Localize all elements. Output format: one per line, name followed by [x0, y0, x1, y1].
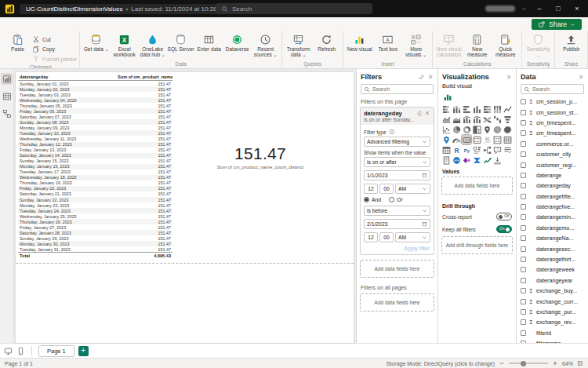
collapse-pane-icon[interactable]: [427, 74, 434, 80]
filters-search[interactable]: [361, 84, 434, 94]
field-row[interactable]: Σ daterangeday: [517, 180, 588, 191]
table-row[interactable]: Saturday, January 21, 2023 151.47: [18, 191, 172, 197]
model-view-button[interactable]: [1, 107, 13, 119]
share-button[interactable]: Share: [532, 19, 582, 30]
field-checkbox[interactable]: [521, 173, 526, 178]
field-checkbox[interactable]: [521, 319, 526, 325]
visual-type-button[interactable]: [503, 115, 512, 124]
end-hour-input[interactable]: 12: [364, 232, 378, 242]
visual-type-button[interactable]: [441, 145, 451, 155]
and-radio[interactable]: And: [364, 197, 381, 202]
table-row[interactable]: Friday, January 06, 2023 151.47: [18, 108, 172, 114]
table-row[interactable]: Sunday, January 01, 2023 151.47: [18, 81, 172, 86]
visual-type-button[interactable]: [462, 104, 471, 114]
drill-through-dropzone[interactable]: Add drill-through fields here: [441, 236, 513, 254]
ribbon-button[interactable]: Refresh ⌄: [313, 33, 340, 52]
visual-type-button[interactable]: [492, 155, 502, 165]
visual-type-button[interactable]: [441, 104, 451, 114]
menu-item[interactable]: [18, 23, 20, 27]
field-checkbox[interactable]: [521, 204, 526, 210]
field-checkbox[interactable]: [521, 267, 526, 272]
visual-type-button[interactable]: [441, 135, 451, 144]
menu-item[interactable]: [42, 23, 43, 27]
filter-type-select[interactable]: Advanced filtering: [364, 137, 430, 147]
all-pages-filters-dropzone[interactable]: Add data fields here: [360, 293, 434, 312]
visual-type-button[interactable]: [452, 155, 461, 165]
table-row[interactable]: Tuesday, January 31, 2023 151.47: [18, 246, 172, 252]
table-row[interactable]: Wednesday, January 25, 2023 151.47: [18, 213, 172, 219]
ribbon-button[interactable]: X Excel workbook ⌄: [111, 33, 138, 57]
table-row[interactable]: Saturday, January 14, 2023 151.47: [18, 153, 172, 158]
data-search-input[interactable]: [532, 86, 581, 92]
visual-type-button[interactable]: [482, 155, 492, 165]
field-row[interactable]: Σ exchange_curr...: [517, 296, 588, 306]
field-checkbox[interactable]: [521, 183, 526, 188]
field-row[interactable]: Σ customer_city: [517, 149, 588, 159]
start-date-input[interactable]: 1/1/2023: [364, 170, 430, 180]
visual-type-button[interactable]: [452, 104, 461, 114]
zoom-slider[interactable]: [509, 363, 548, 364]
visual-type-button[interactable]: [492, 115, 502, 124]
maximize-button[interactable]: □: [552, 5, 564, 13]
field-checkbox[interactable]: [521, 309, 526, 315]
collapse-pane-icon[interactable]: [506, 74, 512, 80]
values-dropzone[interactable]: Add data fields here: [441, 177, 513, 195]
zoom-out-icon[interactable]: [499, 360, 505, 366]
visual-type-button[interactable]: [452, 135, 461, 144]
table-row[interactable]: Monday, January 09, 2023 151.47: [18, 125, 172, 130]
zoom-level[interactable]: 64%: [562, 361, 573, 366]
visual-type-button[interactable]: [503, 135, 512, 144]
data-search[interactable]: [521, 84, 584, 94]
visual-type-button[interactable]: [503, 104, 512, 114]
build-visual-icon[interactable]: [442, 92, 512, 102]
visual-type-button[interactable]: Py: [462, 145, 471, 155]
visual-type-button[interactable]: [462, 155, 471, 165]
table-row[interactable]: Wednesday, January 11, 2023 151.47: [18, 136, 172, 141]
ribbon-button[interactable]: New measure ⌄: [463, 33, 491, 57]
field-row[interactable]: Σ daterangefifte...: [517, 191, 588, 202]
field-checkbox[interactable]: [521, 99, 526, 104]
collapse-pane-icon[interactable]: [578, 74, 584, 80]
filters-search-input[interactable]: [372, 86, 430, 92]
end-date-input[interactable]: 2/1/2023: [364, 219, 430, 229]
menu-item[interactable]: [6, 23, 8, 27]
ribbon-button[interactable]: Sensitivity ⌄: [524, 33, 552, 59]
storage-mode-text[interactable]: Storage Mode: DirectQuery (click to chan…: [387, 361, 495, 366]
field-checkbox[interactable]: [521, 330, 526, 336]
ribbon-button[interactable]: Enter data ⌄: [195, 33, 223, 52]
table-row[interactable]: Saturday, January 28, 2023 151.47: [18, 230, 172, 235]
field-row[interactable]: Σ cm_session_p...: [517, 97, 588, 107]
table-row[interactable]: Saturday, January 07, 2023 151.47: [18, 114, 172, 119]
field-row[interactable]: Σ filterid: [517, 328, 588, 338]
ribbon-button[interactable]: Publish ⌄: [557, 33, 585, 52]
remove-filter-icon[interactable]: [424, 110, 430, 116]
account-chevron-icon[interactable]: [521, 6, 527, 12]
visual-type-button[interactable]: [441, 125, 451, 134]
clear-filter-icon[interactable]: [416, 110, 423, 116]
cut-button[interactable]: Cut: [32, 35, 77, 43]
table-visual[interactable]: daterangeday Sum of cm_product_name_coun…: [18, 74, 172, 259]
table-row[interactable]: Sunday, January 08, 2023 151.47: [18, 119, 172, 125]
start-minute-input[interactable]: 00: [379, 184, 394, 194]
ribbon-button[interactable]: fx New visual calculation ⌄: [435, 33, 463, 57]
visual-type-button[interactable]: [482, 125, 492, 134]
zoom-in-icon[interactable]: [552, 360, 558, 366]
page-filters-dropzone[interactable]: Add data fields here: [360, 260, 434, 278]
ribbon-button[interactable]: Recent sources ⌄: [252, 33, 279, 58]
end-minute-input[interactable]: 00: [379, 232, 394, 242]
table-row[interactable]: Sunday, January 22, 2023 151.47: [18, 197, 172, 202]
filter-card[interactable]: daterangeday is on or after Sunday... Fi…: [360, 107, 434, 255]
field-row[interactable]: Σ exchange_pur...: [517, 307, 588, 317]
field-row[interactable]: Σ daterangeweek: [517, 264, 588, 275]
table-row[interactable]: Thursday, January 26, 2023 151.47: [18, 219, 172, 224]
visual-type-button[interactable]: [482, 104, 492, 114]
field-checkbox[interactable]: [521, 278, 526, 283]
paste-button[interactable]: Paste: [4, 33, 31, 52]
copy-button[interactable]: Copy: [32, 46, 77, 53]
file-title[interactable]: UC-CountDistinctDimensionValues • Last s…: [20, 4, 242, 14]
or-radio[interactable]: Or: [389, 197, 403, 202]
table-row[interactable]: Thursday, January 05, 2023 151.47: [18, 103, 172, 108]
visual-type-button[interactable]: [472, 125, 481, 134]
visual-type-button[interactable]: [472, 115, 481, 124]
field-row[interactable]: Σ daterangeyear: [517, 275, 588, 286]
